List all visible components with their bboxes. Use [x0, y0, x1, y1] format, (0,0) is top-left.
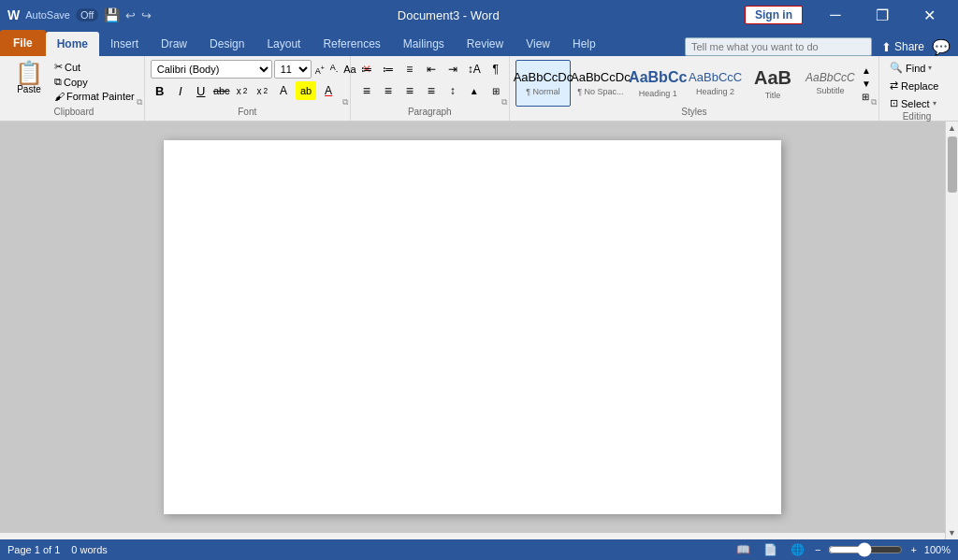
share-icon: ⬆ — [881, 40, 892, 54]
ribbon-tabs: File Home Insert Draw Design Layout Refe… — [0, 30, 958, 56]
replace-button[interactable]: ⇄ Replace — [885, 78, 943, 93]
superscript-button[interactable]: x2 — [253, 85, 271, 97]
align-right-button[interactable]: ≡ — [399, 81, 420, 100]
subscript-button[interactable]: x2 — [233, 85, 252, 97]
document-page[interactable] — [164, 140, 781, 514]
scroll-thumb[interactable] — [948, 136, 957, 193]
font-color-button[interactable]: A — [318, 81, 339, 100]
tab-home[interactable]: Home — [46, 32, 99, 56]
font-group: Calibri (Body) 11 A+ A- Aa ✕ B I U abc x… — [145, 56, 351, 121]
share-button[interactable]: ⬆ Share — [881, 40, 924, 54]
paragraph-expand-icon[interactable]: ⧉ — [501, 97, 507, 108]
style-title[interactable]: AaB Title — [745, 60, 800, 107]
title-bar: W AutoSave Off 💾 ↩ ↪ Document3 - Word Si… — [0, 0, 958, 30]
zoom-minus-button[interactable]: − — [815, 544, 820, 555]
highlight-color-button[interactable]: ab — [296, 81, 316, 100]
copy-icon: ⧉ — [54, 76, 62, 88]
paste-button[interactable]: 📋 Paste — [9, 60, 49, 96]
bullets-button[interactable]: ≔ — [356, 60, 377, 79]
numbering-button[interactable]: ≔ — [378, 60, 399, 79]
align-left-button[interactable]: ≡ — [356, 81, 377, 100]
tab-layout[interactable]: Layout — [255, 32, 312, 56]
print-view-button[interactable]: 📄 — [761, 543, 780, 556]
save-icon[interactable]: 💾 — [104, 7, 120, 22]
tab-insert[interactable]: Insert — [99, 32, 150, 56]
font-name-select[interactable]: Calibri (Body) — [151, 60, 272, 79]
ribbon: 📋 Paste ✂ Cut ⧉ Copy 🖌 Format Painter — [0, 56, 958, 122]
tab-mailings[interactable]: Mailings — [392, 32, 456, 56]
font-size-select[interactable]: 11 — [274, 60, 312, 79]
tab-design[interactable]: Design — [198, 32, 255, 56]
text-effects-button[interactable]: A — [273, 81, 294, 100]
tab-view[interactable]: View — [515, 32, 561, 56]
scroll-down-button[interactable]: ▼ — [946, 526, 959, 539]
style-title-label: Title — [765, 91, 781, 100]
find-button[interactable]: 🔍 Find ▾ — [885, 60, 943, 76]
copy-button[interactable]: ⧉ Copy — [51, 75, 138, 89]
tab-file[interactable]: File — [0, 30, 46, 56]
minimize-button[interactable]: ─ — [814, 0, 857, 30]
redo-btn[interactable]: ↪ — [141, 8, 152, 22]
tab-references[interactable]: References — [312, 32, 391, 56]
font-grow-button[interactable]: A+ — [313, 64, 327, 76]
italic-button[interactable]: I — [171, 81, 190, 100]
tab-help[interactable]: Help — [561, 32, 607, 56]
underline-button[interactable]: U — [192, 81, 210, 100]
restore-button[interactable]: ❐ — [861, 0, 904, 30]
align-center-button[interactable]: ≡ — [378, 81, 399, 100]
show-marks-button[interactable]: ¶ — [486, 60, 506, 79]
zoom-slider[interactable] — [828, 542, 903, 557]
vertical-scrollbar[interactable]: ▲ ▼ — [945, 122, 958, 539]
style-no-spacing-preview: AaBbCcDc — [571, 70, 631, 85]
line-spacing-button[interactable]: ↕ — [443, 81, 463, 100]
strikethrough-button[interactable]: abc — [212, 81, 231, 100]
comments-icon[interactable]: 💬 — [932, 38, 951, 56]
format-painter-button[interactable]: 🖌 Format Painter — [51, 90, 138, 103]
clipboard-label: Clipboard — [9, 107, 138, 119]
style-heading1[interactable]: AaBbCc Heading 1 — [631, 60, 686, 107]
style-no-spacing-label: ¶ No Spac... — [577, 87, 623, 96]
document-title: Document3 - Word — [152, 8, 745, 22]
read-view-button[interactable]: 📖 — [733, 543, 753, 556]
font-expand-icon[interactable]: ⧉ — [342, 97, 348, 108]
increase-indent-button[interactable]: ⇥ — [443, 60, 463, 79]
tell-me-input[interactable] — [685, 37, 872, 56]
select-button[interactable]: ⊡ Select ▾ — [885, 95, 943, 111]
style-normal-label: ¶ Normal — [526, 87, 559, 96]
styles-container: AaBbCcDc ¶ Normal AaBbCcDc ¶ No Spac... … — [515, 60, 873, 107]
styles-scroll-down[interactable]: ▼ — [860, 78, 873, 90]
styles-expand-icon[interactable]: ⧉ — [871, 97, 877, 108]
decrease-indent-button[interactable]: ⇤ — [421, 60, 442, 79]
shading-button[interactable]: ▲ — [464, 81, 485, 100]
style-subtitle[interactable]: AaBbCcC Subtitle — [803, 60, 858, 107]
undo-btn[interactable]: ↩ — [125, 8, 136, 22]
justify-button[interactable]: ≡ — [421, 81, 442, 100]
tab-review[interactable]: Review — [456, 32, 515, 56]
scroll-up-button[interactable]: ▲ — [946, 122, 959, 135]
font-shrink-button[interactable]: A- — [328, 63, 340, 76]
style-normal[interactable]: AaBbCcDc ¶ Normal — [515, 60, 571, 107]
tab-draw[interactable]: Draw — [150, 32, 198, 56]
style-heading2[interactable]: AaBbCcC Heading 2 — [688, 60, 743, 107]
font-format-row: B I U abc x2 x2 A ab A — [151, 81, 373, 100]
styles-scroll-up[interactable]: ▲ — [860, 65, 873, 77]
style-normal-preview: AaBbCcDc — [514, 70, 573, 85]
title-bar-left: W AutoSave Off 💾 ↩ ↪ — [7, 7, 152, 22]
document-area[interactable] — [0, 122, 945, 533]
sort-button[interactable]: ↕A — [464, 60, 485, 79]
style-no-spacing[interactable]: AaBbCcDc ¶ No Spac... — [573, 60, 628, 107]
multilevel-button[interactable]: ≡ — [399, 60, 420, 79]
font-name-row: Calibri (Body) 11 A+ A- Aa ✕ — [151, 60, 373, 79]
sign-in-button[interactable]: Sign in — [745, 6, 803, 24]
web-view-button[interactable]: 🌐 — [788, 543, 807, 556]
zoom-plus-button[interactable]: + — [910, 544, 916, 555]
clipboard-sub-buttons: ✂ Cut ⧉ Copy 🖌 Format Painter — [51, 60, 138, 103]
cut-button[interactable]: ✂ Cut — [51, 60, 138, 74]
autosave-toggle[interactable]: Off — [76, 8, 98, 22]
paragraph-row1: ≔ ≔ ≡ ⇤ ⇥ ↕A ¶ — [356, 60, 506, 79]
bold-button[interactable]: B — [151, 81, 169, 100]
paragraph-label: Paragraph — [356, 107, 503, 119]
close-button[interactable]: ✕ — [907, 0, 951, 30]
clipboard-expand-icon[interactable]: ⧉ — [137, 97, 142, 108]
select-arrow: ▾ — [933, 99, 936, 108]
